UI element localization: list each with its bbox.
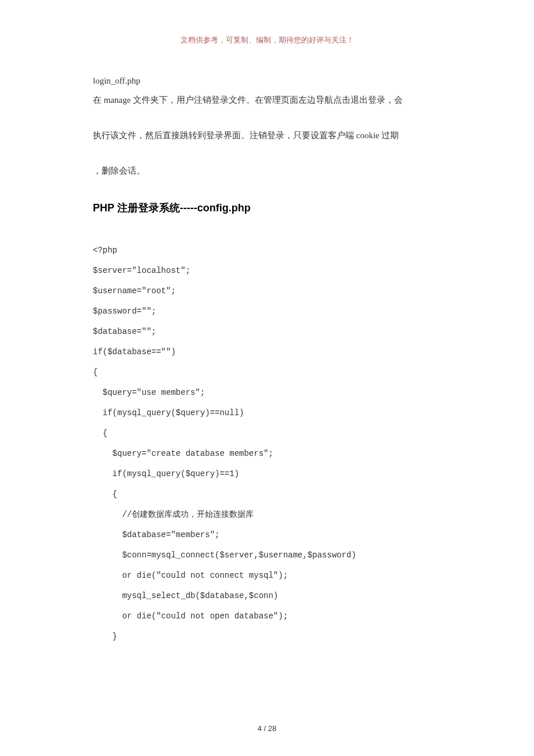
body-content: login_off.php 在 manage 文件夹下，用户注销登录文件。在管理…: [93, 71, 441, 647]
code-block: <?php $server="localhost"; $username="ro…: [93, 240, 441, 647]
paragraph-2: 执行该文件，然后直接跳转到登录界面。注销登录，只要设置客户端 cookie 过期: [93, 126, 441, 145]
paragraph-intro: login_off.php 在 manage 文件夹下，用户注销登录文件。在管理…: [93, 71, 441, 110]
page-footer: 4 / 28: [0, 724, 534, 733]
text-line: ，删除会话。: [93, 161, 441, 181]
paragraph-3: ，删除会话。: [93, 161, 441, 181]
page-container: 文档供参考，可复制、编制，期待您的好评与关注！ login_off.php 在 …: [0, 0, 534, 670]
section-heading: PHP 注册登录系统-----config.php: [93, 197, 441, 220]
header-note: 文档供参考，可复制、编制，期待您的好评与关注！: [93, 35, 441, 45]
text-line: 在 manage 文件夹下，用户注销登录文件。在管理页面左边导航点击退出登录，会: [93, 91, 441, 110]
text-line: 执行该文件，然后直接跳转到登录界面。注销登录，只要设置客户端 cookie 过期: [93, 126, 441, 145]
code-filename: login_off.php: [93, 71, 441, 91]
